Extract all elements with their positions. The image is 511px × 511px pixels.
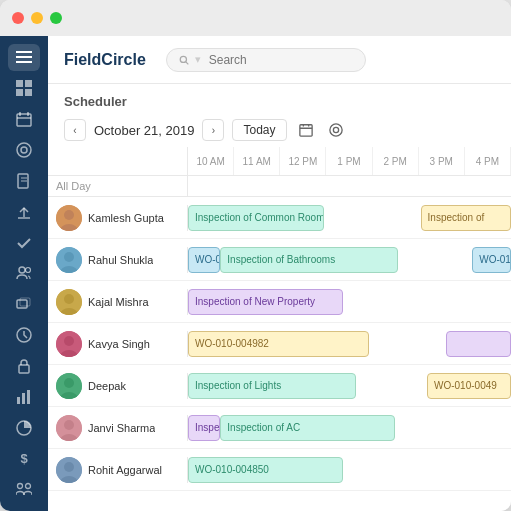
titlebar [0, 0, 511, 36]
svg-rect-0 [16, 51, 32, 53]
person-name: Kavya Singh [88, 338, 150, 350]
app-logo: FieldCircle [64, 51, 146, 69]
minimize-dot[interactable] [31, 12, 43, 24]
sidebar-item-file[interactable] [8, 167, 40, 194]
person-name: Rahul Shukla [88, 254, 153, 266]
event-block[interactable]: Inspection of Lights [188, 373, 356, 399]
event-block[interactable]: WO-010-004850 [188, 457, 343, 483]
sidebar-item-layers[interactable] [8, 291, 40, 318]
svg-point-39 [64, 210, 74, 220]
timeline: Inspection of Lights WO-010-0049 [188, 365, 511, 406]
avatar [56, 247, 82, 273]
event-block[interactable] [446, 331, 511, 357]
svg-rect-2 [16, 61, 32, 63]
event-block[interactable]: WO-0 [188, 247, 220, 273]
close-dot[interactable] [12, 12, 24, 24]
sidebar-item-team[interactable] [8, 476, 40, 503]
svg-point-51 [64, 378, 74, 388]
app-body: $ FieldCircle ▾ Schedu [0, 36, 511, 511]
next-button[interactable]: › [202, 119, 224, 141]
person-name: Janvi Sharma [88, 422, 155, 434]
person-name: Kamlesh Gupta [88, 212, 164, 224]
sidebar-item-users[interactable] [8, 260, 40, 287]
svg-point-19 [26, 268, 31, 273]
sidebar-item-calendar[interactable] [8, 106, 40, 133]
svg-rect-23 [19, 365, 29, 373]
timeline: Inspection of Common Rooms Inspection of [188, 197, 511, 238]
scheduler-grid: 10 AM 11 AM 12 PM 1 PM 2 PM 3 PM 4 PM Al… [48, 147, 511, 511]
event-block[interactable]: Inspection of [421, 205, 511, 231]
sidebar-item-check[interactable] [8, 229, 40, 256]
sidebar-item-pie-chart[interactable] [8, 414, 40, 441]
sidebar-item-menu[interactable] [8, 44, 40, 71]
event-block[interactable]: Inspection of Common Rooms [188, 205, 324, 231]
svg-line-31 [186, 61, 188, 63]
calendar-view-icon[interactable] [295, 119, 317, 141]
svg-rect-24 [17, 397, 20, 404]
allday-row: All Day [48, 176, 511, 197]
svg-point-18 [19, 267, 25, 273]
event-block[interactable]: WO-01 [472, 247, 511, 273]
sidebar-item-dollar[interactable]: $ [8, 445, 40, 472]
today-button[interactable]: Today [232, 119, 286, 141]
timeline: WO-010-004982 [188, 323, 511, 364]
topbar: FieldCircle ▾ [48, 36, 511, 84]
svg-rect-32 [299, 125, 311, 136]
avatar [56, 289, 82, 315]
svg-point-28 [18, 484, 23, 489]
event-block[interactable]: Inspection of New Property [188, 289, 343, 315]
svg-point-48 [64, 336, 74, 346]
time-headers: 10 AM 11 AM 12 PM 1 PM 2 PM 3 PM 4 PM [188, 147, 511, 175]
search-dropdown-indicator[interactable]: ▾ [195, 53, 201, 66]
avatar [56, 415, 82, 441]
table-row: Rohit Aggarwal WO-010-004850 [48, 449, 511, 491]
time-col-1pm: 1 PM [326, 147, 372, 175]
time-col-2pm: 2 PM [373, 147, 419, 175]
event-block[interactable]: WO-010-0049 [427, 373, 511, 399]
time-col-12pm: 12 PM [280, 147, 326, 175]
sidebar-item-upload[interactable] [8, 198, 40, 225]
event-block[interactable]: Inspection of Bathrooms [220, 247, 398, 273]
svg-rect-3 [16, 80, 23, 87]
table-row: Janvi Sharma Inspect Inspection of AC [48, 407, 511, 449]
svg-rect-26 [27, 390, 30, 404]
sidebar-item-grid[interactable] [8, 75, 40, 102]
svg-rect-21 [20, 298, 30, 306]
prev-button[interactable]: ‹ [64, 119, 86, 141]
table-row: Deepak Inspection of Lights WO-010-0049 [48, 365, 511, 407]
person-info: Deepak [48, 373, 188, 399]
person-rows: Kamlesh Gupta Inspection of Common Rooms… [48, 197, 511, 511]
settings-icon[interactable] [325, 119, 347, 141]
sidebar-item-chart[interactable] [8, 137, 40, 164]
maximize-dot[interactable] [50, 12, 62, 24]
sidebar-item-clock[interactable] [8, 322, 40, 349]
avatar [56, 205, 82, 231]
avatar [56, 373, 82, 399]
table-row: Rahul Shukla WO-0 Inspection of Bathroom… [48, 239, 511, 281]
time-col-3pm: 3 PM [419, 147, 465, 175]
search-input[interactable] [209, 53, 353, 67]
event-block[interactable]: WO-010-004982 [188, 331, 369, 357]
svg-point-54 [64, 420, 74, 430]
person-info: Kavya Singh [48, 331, 188, 357]
timeline: WO-010-004850 [188, 449, 511, 490]
event-block[interactable]: Inspection of AC [220, 415, 394, 441]
sidebar: $ [0, 36, 48, 511]
search-icon [179, 54, 189, 66]
sidebar-item-lock[interactable] [8, 353, 40, 380]
sidebar-item-bar-chart[interactable] [8, 383, 40, 410]
time-col-10am: 10 AM [188, 147, 234, 175]
row-label-header [48, 147, 188, 175]
avatar [56, 331, 82, 357]
svg-rect-5 [16, 89, 23, 96]
timeline: Inspect Inspection of AC [188, 407, 511, 448]
svg-point-29 [26, 484, 31, 489]
date-display: October 21, 2019 [94, 123, 194, 138]
table-row: Kavya Singh WO-010-004982 [48, 323, 511, 365]
svg-rect-4 [25, 80, 32, 87]
person-info: Janvi Sharma [48, 415, 188, 441]
timeline: Inspection of New Property [188, 281, 511, 322]
svg-point-12 [21, 147, 27, 153]
event-block[interactable]: Inspect [188, 415, 220, 441]
search-bar[interactable]: ▾ [166, 48, 366, 72]
